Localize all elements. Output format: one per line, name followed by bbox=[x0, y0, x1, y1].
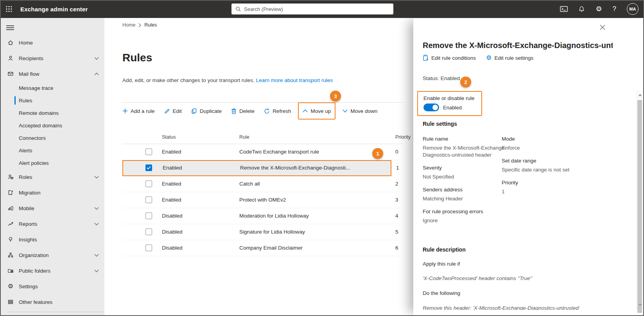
scrollbar-thumb[interactable] bbox=[637, 100, 642, 313]
row-checkbox[interactable] bbox=[145, 148, 152, 155]
breadcrumb-current: Rules bbox=[144, 22, 157, 28]
sidebar-item-roles[interactable]: Roles bbox=[0, 169, 104, 185]
edit-rule-settings-button[interactable]: ⚙ Edit rule settings bbox=[486, 55, 533, 61]
field-value: Remove the X-Microsoft-Exchange-Diagnost… bbox=[423, 145, 508, 159]
delete-button[interactable]: Delete bbox=[231, 108, 255, 114]
sidebar-item-organization[interactable]: Organization bbox=[0, 247, 104, 263]
sidebar-item-home[interactable]: Home bbox=[0, 35, 104, 50]
notifications-bell-icon[interactable] bbox=[578, 6, 585, 12]
sidebar-item-insights[interactable]: Insights bbox=[0, 232, 104, 247]
cell-priority: 5 bbox=[395, 229, 398, 235]
row-checkbox[interactable] bbox=[145, 180, 152, 187]
field-label: Rule name bbox=[423, 136, 508, 142]
breadcrumb-home-link[interactable]: Home bbox=[122, 22, 135, 28]
scroll-down-arrow-icon[interactable] bbox=[638, 304, 642, 306]
field-label: Mode bbox=[502, 136, 596, 142]
settings-gear-icon[interactable]: ⚙ bbox=[596, 5, 602, 12]
sidebar-item-label: Insights bbox=[19, 237, 37, 243]
help-icon[interactable]: ? bbox=[613, 5, 616, 13]
close-icon[interactable] bbox=[599, 23, 606, 31]
scroll-up-arrow-icon[interactable] bbox=[638, 94, 642, 96]
column-header-priority[interactable]: Priority bbox=[395, 134, 411, 140]
cell-rule: CodeTwo Exchange transport rule bbox=[239, 149, 319, 155]
sidebar-item-remote-domains[interactable]: Remote domains bbox=[0, 107, 104, 119]
app-launcher-icon[interactable] bbox=[0, 0, 18, 18]
sidebar-item-alerts[interactable]: Alerts bbox=[0, 144, 104, 157]
org-chart-icon bbox=[7, 252, 14, 258]
field-value: Enforce bbox=[502, 145, 596, 152]
toolbar-label: Duplicate bbox=[200, 108, 222, 114]
sidebar-item-accepted-domains[interactable]: Accepted domains bbox=[0, 119, 104, 132]
mobile-chart-icon bbox=[7, 205, 14, 211]
sidebar-item-other-features[interactable]: Other features bbox=[0, 294, 104, 310]
refresh-button[interactable]: Refresh bbox=[264, 108, 291, 114]
cell-rule: Signature for Lidia Holloway bbox=[239, 229, 305, 235]
cell-status: Disabled bbox=[162, 213, 183, 219]
table-row[interactable]: Disabled Company Email Disclaimer 6 bbox=[122, 240, 403, 256]
sidebar-item-label: Connectors bbox=[19, 135, 46, 141]
sidebar-item-alert-policies[interactable]: Alert policies bbox=[0, 157, 104, 169]
rule-settings-right-column: Mode Enforce Set date range Specific dat… bbox=[502, 136, 596, 201]
sidebar-item-public-folders[interactable]: Public folders bbox=[0, 263, 104, 279]
sidebar-item-message-trace[interactable]: Message trace bbox=[0, 82, 104, 94]
rule-settings-heading: Rule settings bbox=[423, 121, 457, 127]
search-input[interactable] bbox=[244, 6, 389, 12]
sidebar-item-label: Accepted domains bbox=[19, 123, 62, 129]
sidebar-item-reports[interactable]: Reports bbox=[0, 216, 104, 232]
cell-rule: Moderation for Lidia Holloway bbox=[239, 213, 309, 219]
gear-icon: ⚙ bbox=[7, 283, 14, 289]
row-checkbox[interactable] bbox=[145, 229, 152, 235]
table-row[interactable]: Enabled Protect with OMEv2 3 bbox=[122, 192, 403, 208]
enable-rule-toggle[interactable] bbox=[423, 104, 439, 111]
hamburger-menu-icon[interactable] bbox=[6, 23, 16, 32]
sidebar-item-label: Migration bbox=[19, 190, 41, 196]
account-avatar[interactable]: MA bbox=[627, 3, 639, 15]
chevron-down-icon bbox=[94, 254, 99, 257]
sidebar-item-migration[interactable]: Migration bbox=[0, 185, 104, 200]
table-row[interactable]: Enabled Catch all 2 bbox=[122, 176, 403, 192]
rule-status-line: Status: Enabled bbox=[423, 75, 460, 81]
row-checkbox[interactable] bbox=[145, 245, 152, 251]
panel-scrollbar[interactable] bbox=[637, 91, 642, 309]
table-row[interactable]: Disabled Signature for Lidia Holloway 5 bbox=[122, 224, 403, 240]
cloud-shell-icon[interactable] bbox=[560, 6, 568, 12]
move-down-button[interactable]: Move down bbox=[343, 108, 377, 114]
sidebar-item-mobile[interactable]: Mobile bbox=[0, 200, 104, 216]
sidebar-item-rules[interactable]: Rules bbox=[0, 94, 104, 107]
row-checkbox-checked[interactable] bbox=[145, 164, 152, 171]
toggle-row: Enabled bbox=[423, 104, 481, 111]
cell-status: Enabled bbox=[162, 149, 181, 155]
add-rule-button[interactable]: Add a rule bbox=[122, 108, 155, 114]
column-header-status[interactable]: Status bbox=[162, 134, 176, 140]
cell-rule: Remove the X-Microsoft-Exchange-Diagnost… bbox=[240, 165, 350, 171]
annotation-badge-2: 2 bbox=[460, 77, 471, 87]
clipboard-edit-icon bbox=[423, 55, 429, 61]
toolbar-label: Move down bbox=[350, 108, 377, 114]
sidebar-item-mail-flow[interactable]: Mail flow bbox=[0, 66, 104, 82]
row-checkbox[interactable] bbox=[145, 212, 152, 219]
toolbar-label: Edit bbox=[173, 108, 182, 114]
sidebar-item-connectors[interactable]: Connectors bbox=[0, 132, 104, 144]
table-row[interactable]: Disabled Moderation for Lidia Holloway 4 bbox=[122, 208, 403, 224]
learn-more-link[interactable]: Learn more about transport rules bbox=[256, 77, 333, 83]
move-up-button[interactable]: Move up bbox=[303, 108, 331, 114]
table-row[interactable]: Enabled CodeTwo Exchange transport rule … bbox=[122, 144, 403, 160]
plus-icon bbox=[122, 108, 128, 114]
column-header-rule[interactable]: Rule bbox=[239, 134, 249, 140]
apply-rule-if-label: Apply this rule if bbox=[423, 261, 460, 267]
duplicate-button[interactable]: Duplicate bbox=[191, 108, 222, 114]
toolbar-label: Refresh bbox=[273, 108, 291, 114]
search-box[interactable] bbox=[231, 4, 393, 14]
field-value: Ignore bbox=[423, 217, 508, 224]
cell-rule: Catch all bbox=[239, 181, 260, 187]
sidebar-item-recipients[interactable]: Recipients bbox=[0, 50, 104, 66]
sidebar-item-label: Alert policies bbox=[19, 160, 49, 166]
row-checkbox[interactable] bbox=[145, 196, 152, 203]
edit-rule-conditions-button[interactable]: Edit rule conditions bbox=[423, 55, 476, 61]
sidebar-item-label: Alerts bbox=[19, 148, 32, 154]
edit-button[interactable]: Edit bbox=[164, 108, 182, 114]
top-bar: Exchange admin center ⚙ ? MA bbox=[0, 0, 644, 18]
table-row-selected[interactable]: Enabled Remove the X-Microsoft-Exchange-… bbox=[122, 160, 391, 176]
rule-action-clip: Remove this header: 'X-Microsoft-Exchang… bbox=[423, 305, 579, 310]
sidebar-item-settings[interactable]: ⚙ Settings bbox=[0, 279, 104, 294]
